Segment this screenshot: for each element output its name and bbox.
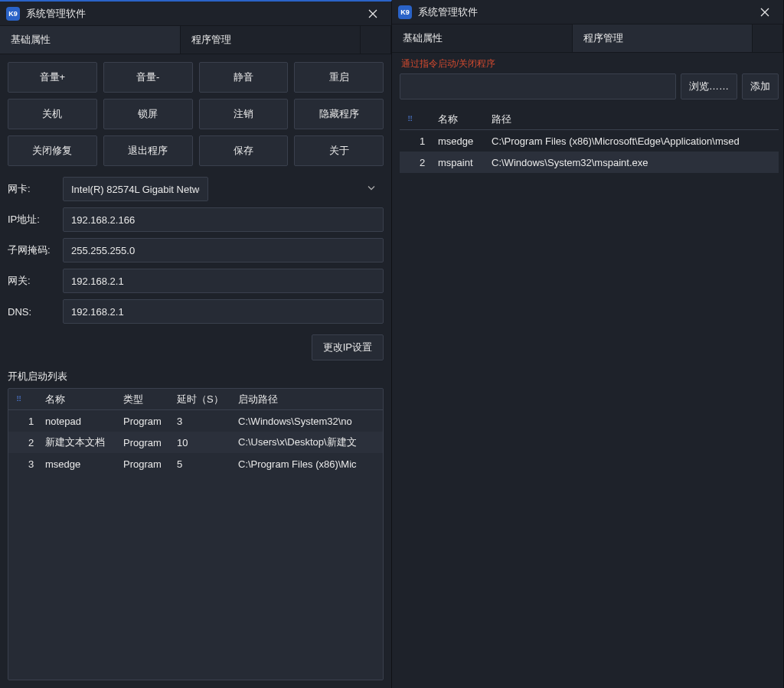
tab-basic-label: 基础属性: [403, 31, 443, 45]
row-delay: 10: [177, 437, 234, 448]
row-name: 新建文本文档: [45, 435, 119, 449]
path-input[interactable]: [400, 73, 676, 99]
tab-program[interactable]: 程序管理: [181, 26, 361, 54]
row-path: C:\Program Files (x86)\Microsoft\Edge\Ap…: [492, 135, 774, 147]
path-row: 浏览…… 添加: [400, 73, 779, 99]
add-button[interactable]: 添加: [742, 73, 779, 99]
row-name: mspaint: [438, 157, 487, 168]
row-path: C:\Windows\System32\no: [238, 416, 378, 427]
close-button[interactable]: [361, 3, 385, 24]
dns-input[interactable]: [63, 299, 384, 324]
row-path: C:\Program Files (x86)\Mic: [238, 458, 378, 470]
gateway-row: 网关:: [8, 269, 384, 293]
program-tab-body: 通过指令启动/关闭程序 浏览…… 添加 ⠿ 名称 路径 1msedgeC:\Pr…: [392, 53, 783, 688]
tab-basic-label: 基础属性: [11, 33, 51, 47]
tab-program-label: 程序管理: [583, 31, 623, 45]
ip-actions: 更改IP设置: [8, 334, 384, 360]
reboot-button[interactable]: 重启: [294, 62, 384, 93]
close-recover-button[interactable]: 关闭修复: [8, 135, 97, 166]
volume-down-button[interactable]: 音量-: [103, 62, 193, 93]
window-title: 系统管理软件: [418, 5, 753, 19]
app-icon: K9: [6, 7, 20, 21]
window-title: 系统管理软件: [26, 7, 361, 21]
ip-row: IP地址:: [8, 207, 384, 232]
action-buttons: 音量+ 音量- 静音 重启 关机 锁屏 注销 隐藏程序 关闭修复 退出程序 保存…: [8, 62, 384, 166]
row-delay: 3: [177, 416, 234, 427]
chevron-down-icon: [367, 184, 376, 195]
grip-icon: ⠿: [13, 395, 24, 403]
col-type: 类型: [123, 393, 172, 406]
browse-button[interactable]: 浏览……: [681, 73, 737, 99]
nic-value[interactable]: [63, 177, 208, 201]
shutdown-button[interactable]: 关机: [8, 99, 97, 129]
startup-table-header: ⠿ 名称 类型 延时（S） 启动路径: [8, 389, 383, 410]
row-index: 2: [28, 437, 41, 448]
volume-up-button[interactable]: 音量+: [8, 62, 97, 93]
save-button[interactable]: 保存: [199, 135, 289, 166]
tabs: 基础属性 程序管理: [0, 26, 391, 54]
close-button[interactable]: [753, 2, 777, 23]
table-row[interactable]: 1msedgeC:\Program Files (x86)\Microsoft\…: [400, 130, 779, 152]
row-name: msedge: [438, 135, 487, 147]
tabs: 基础属性 程序管理: [392, 24, 783, 53]
close-icon: [760, 8, 769, 17]
program-table-body: 1msedgeC:\Program Files (x86)\Microsoft\…: [400, 130, 779, 680]
row-type: Program: [123, 458, 172, 470]
dns-row: DNS:: [8, 299, 384, 324]
nic-label: 网卡:: [8, 182, 63, 196]
dns-label: DNS:: [8, 306, 63, 318]
close-icon: [368, 9, 377, 18]
row-index: 1: [28, 416, 41, 427]
about-button[interactable]: 关于: [294, 135, 384, 166]
basic-tab-body: 音量+ 音量- 静音 重启 关机 锁屏 注销 隐藏程序 关闭修复 退出程序 保存…: [0, 54, 391, 688]
startup-table-body: 1notepadProgram3C:\Windows\System32\no2新…: [8, 410, 383, 680]
row-name: notepad: [45, 416, 119, 427]
nic-select[interactable]: [63, 177, 384, 201]
titlebar: K9 系统管理软件: [0, 2, 391, 26]
mask-label: 子网掩码:: [8, 243, 63, 257]
row-index: 3: [28, 458, 41, 470]
table-row[interactable]: 3msedgeProgram5C:\Program Files (x86)\Mi…: [8, 453, 383, 474]
change-ip-button[interactable]: 更改IP设置: [312, 334, 384, 360]
tab-basic[interactable]: 基础属性: [0, 26, 181, 54]
mask-input[interactable]: [63, 238, 384, 262]
program-table-header: ⠿ 名称 路径: [400, 109, 779, 130]
row-index: 1: [420, 135, 433, 147]
tab-program[interactable]: 程序管理: [573, 24, 753, 52]
gateway-label: 网关:: [8, 274, 63, 288]
col-delay: 延时（S）: [177, 393, 234, 406]
tab-basic[interactable]: 基础属性: [392, 24, 573, 52]
grip-icon: ⠿: [404, 115, 415, 123]
row-name: msedge: [45, 458, 119, 470]
gateway-input[interactable]: [63, 269, 384, 293]
col-name: 名称: [45, 393, 119, 406]
hide-program-button[interactable]: 隐藏程序: [294, 99, 384, 129]
col-path: 路径: [492, 112, 774, 126]
ip-label: IP地址:: [8, 213, 63, 227]
row-type: Program: [123, 416, 172, 427]
col-name: 名称: [438, 112, 487, 126]
ip-input[interactable]: [63, 207, 384, 232]
table-row[interactable]: 2mspaintC:\Windows\System32\mspaint.exe: [400, 152, 779, 173]
row-path: C:\Users\x\Desktop\新建文: [238, 435, 378, 449]
table-row[interactable]: 2新建文本文档Program10C:\Users\x\Desktop\新建文: [8, 432, 383, 453]
exit-program-button[interactable]: 退出程序: [103, 135, 193, 166]
row-delay: 5: [177, 458, 234, 470]
lock-button[interactable]: 锁屏: [103, 99, 193, 129]
mute-button[interactable]: 静音: [199, 62, 289, 93]
row-type: Program: [123, 437, 172, 448]
logoff-button[interactable]: 注销: [199, 99, 289, 129]
program-table: ⠿ 名称 路径 1msedgeC:\Program Files (x86)\Mi…: [400, 109, 779, 680]
row-path: C:\Windows\System32\mspaint.exe: [492, 157, 774, 168]
tab-extra[interactable]: [753, 24, 783, 52]
app-icon: K9: [398, 5, 412, 19]
table-row[interactable]: 1notepadProgram3C:\Windows\System32\no: [8, 410, 383, 432]
left-window: K9 系统管理软件 基础属性 程序管理 音量+ 音量- 静音 重启 关机 锁屏 …: [0, 0, 392, 688]
nic-row: 网卡:: [8, 177, 384, 201]
tab-program-label: 程序管理: [191, 33, 231, 47]
row-index: 2: [420, 157, 433, 168]
startup-list-heading: 开机启动列表: [8, 370, 384, 383]
tab-extra[interactable]: [361, 26, 391, 54]
titlebar: K9 系统管理软件: [392, 0, 783, 24]
mask-row: 子网掩码:: [8, 238, 384, 262]
